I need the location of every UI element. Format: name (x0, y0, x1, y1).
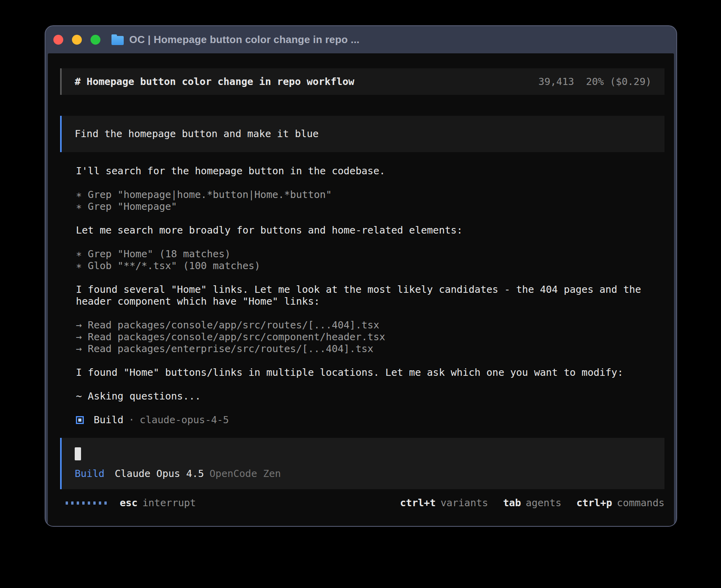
session-title: # Homepage button color change in repo w… (75, 76, 354, 88)
input-model-label[interactable]: Claude Opus 4.5 (115, 468, 204, 480)
spinner-dot (88, 501, 90, 505)
spinner-dot (77, 501, 79, 505)
spinner-dot (93, 501, 96, 505)
shortcut-agents: tabagents (503, 497, 561, 509)
traffic-lights (53, 35, 100, 45)
tool-call-line: ∗ Grep "Homepage" (76, 201, 664, 213)
shortcut-variants: ctrl+tvariants (400, 497, 488, 509)
tool-call-group: → Read packages/console/app/src/routes/[… (76, 319, 664, 355)
shortcut-label: commands (617, 497, 664, 509)
window-title: OC | Homepage button color change in rep… (129, 34, 360, 46)
shortcut-key: ctrl+t (400, 497, 436, 509)
terminal-content: # Homepage button color change in repo w… (48, 53, 674, 526)
interrupt-key: esc (120, 497, 138, 509)
zoom-window-button[interactable] (91, 35, 100, 45)
shortcut-key: ctrl+p (576, 497, 612, 509)
assistant-text-line: I found several "Home" links. Let me loo… (76, 284, 664, 296)
prompt-input[interactable]: Build Claude Opus 4.5 OpenCode Zen (60, 438, 664, 489)
user-message: Find the homepage button and make it blu… (60, 116, 664, 152)
working-spinner-dots (66, 501, 107, 505)
assistant-paragraph: I found "Home" buttons/links in multiple… (76, 367, 664, 379)
input-agent-label[interactable]: Build (75, 468, 104, 480)
tool-call-line: → Read packages/enterprise/src/routes/[.… (76, 343, 664, 355)
tool-call-line: → Read packages/console/app/src/componen… (76, 331, 664, 343)
agent-separator: · (128, 414, 134, 426)
spinner-dot (66, 501, 68, 505)
interrupt-label: interrupt (142, 497, 196, 509)
session-meta: 39,413 20% ($0.29) (538, 76, 651, 88)
assistant-response: I'll search for the homepage button in t… (76, 165, 664, 402)
agent-build-icon (76, 416, 84, 424)
folder-icon (111, 36, 124, 45)
shortcut-label: variants (440, 497, 488, 509)
statusbar-shortcuts: ctrl+tvariantstabagentsctrl+pcommands (400, 497, 664, 509)
statusbar: esc interrupt ctrl+tvariantstabagentsctr… (66, 497, 664, 509)
context-percent-cost: 20% ($0.29) (586, 76, 651, 88)
assistant-text-line: Let me search more broadly for buttons a… (76, 224, 664, 236)
agent-model: claude-opus-4-5 (140, 414, 229, 426)
tool-call-group: ∗ Grep "homepage|home.*button|Home.*butt… (76, 189, 664, 213)
assistant-text-line: header component which have "Home" links… (76, 296, 664, 307)
spinner-dot (99, 501, 101, 505)
agent-name: Build (94, 414, 123, 426)
agent-status-line: Build · claude-opus-4-5 (76, 414, 664, 426)
shortcut-key: tab (503, 497, 521, 509)
spinner-dot (71, 501, 74, 505)
tool-call-group: ∗ Grep "Home" (18 matches)∗ Glob "**/*.t… (76, 248, 664, 272)
user-message-text: Find the homepage button and make it blu… (75, 128, 319, 140)
assistant-paragraph: I found several "Home" links. Let me loo… (76, 284, 664, 307)
tool-call-line: ∗ Grep "homepage|home.*button|Home.*butt… (76, 189, 664, 201)
tool-call-line: ∗ Grep "Home" (18 matches) (76, 248, 664, 260)
statusbar-left: esc interrupt (66, 497, 196, 509)
shortcut-commands: ctrl+pcommands (576, 497, 664, 509)
minimize-window-button[interactable] (72, 35, 82, 45)
spinner-dot (82, 501, 85, 505)
assistant-paragraph: ~ Asking questions... (76, 390, 664, 402)
tool-call-line: → Read packages/console/app/src/routes/[… (76, 319, 664, 331)
session-header: # Homepage button color change in repo w… (60, 68, 664, 95)
titlebar[interactable]: OC | Homepage button color change in rep… (45, 26, 676, 53)
token-count: 39,413 (538, 76, 574, 88)
terminal-window: OC | Homepage button color change in rep… (45, 25, 677, 527)
input-mode-line: Build Claude Opus 4.5 OpenCode Zen (75, 468, 651, 480)
tool-call-line: ∗ Glob "**/*.tsx" (100 matches) (76, 260, 664, 272)
close-window-button[interactable] (53, 35, 63, 45)
assistant-text-line: I found "Home" buttons/links in multiple… (76, 367, 664, 379)
assistant-text-line: I'll search for the homepage button in t… (76, 165, 664, 177)
assistant-text-line: ~ Asking questions... (76, 390, 664, 402)
input-provider-label: OpenCode Zen (210, 468, 281, 480)
text-cursor (75, 447, 81, 460)
spinner-dot (104, 501, 107, 505)
assistant-paragraph: I'll search for the homepage button in t… (76, 165, 664, 177)
shortcut-label: agents (526, 497, 561, 509)
assistant-paragraph: Let me search more broadly for buttons a… (76, 224, 664, 236)
